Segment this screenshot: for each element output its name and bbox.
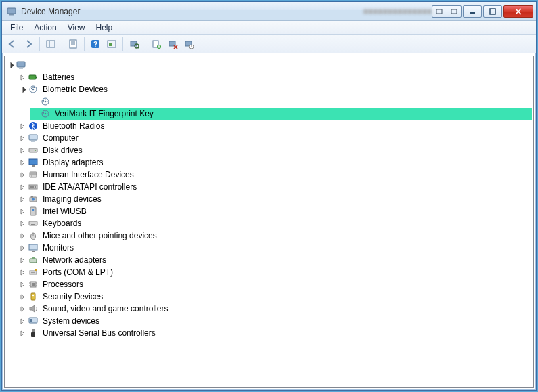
menu-file[interactable]: File (5, 22, 28, 34)
device-manager-icon (6, 6, 17, 17)
device-tree[interactable]: BatteriesBiometric DevicesVeriMark IT Fi… (6, 59, 532, 339)
tree-node[interactable]: Display adapters (18, 156, 532, 169)
scan-hardware-button[interactable] (127, 37, 141, 51)
expand-icon[interactable] (18, 134, 26, 142)
menu-help[interactable]: Help (91, 22, 118, 34)
tree-node[interactable]: Keyboards (18, 217, 532, 230)
expand-icon[interactable] (18, 317, 26, 325)
expand-icon[interactable] (18, 158, 26, 167)
menu-view[interactable]: View (62, 22, 91, 34)
tree-node[interactable]: Ports (COM & LPT) (18, 266, 532, 278)
tree-node[interactable]: Human Interface Devices (18, 169, 532, 181)
close-button[interactable] (503, 5, 533, 18)
tree-child-node[interactable]: VeriMark IT Fingerprint Key (30, 108, 532, 120)
tree-node[interactable]: Network adapters (18, 254, 532, 266)
expand-icon[interactable] (18, 268, 26, 276)
update-driver-button[interactable] (149, 37, 164, 51)
port-icon (28, 267, 39, 278)
svg-rect-38 (29, 159, 37, 165)
expand-icon[interactable] (18, 183, 26, 191)
tree-node[interactable]: Imaging devices (18, 193, 532, 205)
expand-icon[interactable] (18, 329, 26, 337)
expand-icon[interactable] (18, 305, 26, 313)
tree-node[interactable]: Computer (18, 132, 532, 144)
tree-child-node[interactable] (30, 95, 532, 108)
window-title: Device Manager (20, 7, 359, 16)
expand-icon[interactable] (18, 122, 26, 130)
back-button[interactable] (5, 37, 20, 51)
expand-icon[interactable] (18, 292, 26, 301)
svg-rect-61 (32, 251, 35, 252)
collapse-icon[interactable] (18, 85, 26, 93)
ide-icon (28, 181, 39, 192)
expand-icon[interactable] (18, 171, 26, 179)
expand-icon[interactable] (18, 195, 26, 203)
svg-rect-26 (36, 77, 37, 78)
tree-node-label: Universal Serial Bus controllers (41, 327, 157, 339)
maximize-button[interactable] (483, 5, 502, 18)
expand-icon[interactable] (18, 256, 26, 264)
svg-rect-46 (35, 186, 36, 188)
expand-icon[interactable] (18, 232, 26, 240)
tree-node-label: Ports (COM & LPT) (41, 266, 114, 278)
svg-point-37 (35, 150, 36, 151)
titlebar[interactable]: Device Manager ■■■■■■■■■■■■■■ (2, 2, 536, 21)
disable-button[interactable] (181, 37, 196, 51)
forward-button[interactable] (21, 37, 36, 51)
expand-icon[interactable] (18, 219, 26, 227)
computer-icon (28, 133, 39, 144)
tree-node[interactable]: Disk drives (18, 144, 532, 156)
system-icon (28, 315, 39, 326)
refresh-button[interactable] (104, 37, 119, 51)
tree-node[interactable]: Processors (18, 278, 532, 290)
restore-group[interactable] (432, 5, 462, 18)
svg-rect-60 (29, 244, 37, 250)
tree-node-label: Keyboards (41, 217, 83, 230)
show-hide-tree-button[interactable] (43, 37, 58, 51)
minimize-aux-icon[interactable] (432, 6, 447, 17)
svg-rect-24 (19, 68, 23, 69)
tree-node[interactable]: IDE ATA/ATAPI controllers (18, 181, 532, 193)
sound-icon (28, 303, 39, 314)
svg-rect-50 (30, 207, 36, 215)
tree-node[interactable]: Mice and other pointing devices (18, 230, 532, 242)
svg-rect-36 (29, 148, 37, 152)
usb-icon (28, 328, 39, 339)
toolbar-separator (62, 37, 62, 51)
expand-icon[interactable] (18, 244, 26, 252)
expand-icon[interactable] (18, 207, 26, 215)
tree-node[interactable]: Biometric Devices (18, 83, 532, 95)
svg-rect-56 (35, 223, 35, 223)
svg-rect-2 (436, 9, 442, 14)
tree-node[interactable]: Security Devices (18, 290, 532, 303)
expand-icon[interactable] (18, 280, 26, 288)
properties-button[interactable] (66, 37, 81, 51)
expand-icon[interactable] (18, 73, 26, 81)
device-tree-pane[interactable]: BatteriesBiometric DevicesVeriMark IT Fi… (4, 56, 534, 388)
imaging-icon (28, 194, 39, 204)
svg-rect-70 (32, 283, 35, 286)
monitor-icon (28, 242, 39, 253)
tree-node[interactable]: Monitors (18, 242, 532, 254)
biometric-icon (40, 108, 51, 119)
minimize-button[interactable] (463, 5, 482, 18)
svg-rect-14 (109, 43, 112, 46)
tree-node[interactable]: Batteries (18, 71, 532, 83)
uninstall-button[interactable] (165, 37, 180, 51)
tree-node[interactable]: Intel WiUSB (18, 205, 532, 217)
toolbar-separator (122, 37, 123, 51)
tree-node[interactable]: Bluetooth Radios (18, 120, 532, 132)
tree-node[interactable]: Sound, video and game controllers (18, 303, 532, 315)
tree-node[interactable]: Universal Serial Bus controllers (18, 327, 532, 339)
expand-icon[interactable] (18, 146, 26, 154)
tree-node-label: Biometric Devices (41, 83, 109, 95)
help-button[interactable]: ? (88, 37, 103, 51)
expander-icon[interactable] (6, 61, 14, 69)
tree-root-node[interactable] (6, 59, 532, 71)
svg-rect-53 (30, 223, 31, 223)
tree-node[interactable]: System devices (18, 315, 532, 327)
menu-action[interactable]: Action (28, 22, 62, 34)
svg-rect-57 (31, 224, 35, 225)
maximize-aux-icon[interactable] (447, 6, 462, 17)
svg-point-66 (32, 272, 34, 274)
